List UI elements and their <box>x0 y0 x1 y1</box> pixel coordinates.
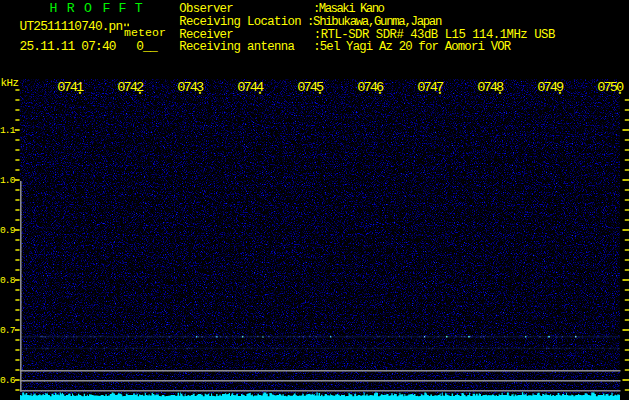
svg-text:0.8: 0.8 <box>0 275 16 286</box>
svg-text::5el Yagi Az 20 for Aomori VOR: :5el Yagi Az 20 for Aomori VOR <box>313 40 512 54</box>
svg-text:1.0: 1.0 <box>0 175 16 186</box>
svg-text:0746: 0746 <box>357 80 384 95</box>
svg-text:0745: 0745 <box>297 80 324 95</box>
svg-text:1.1: 1.1 <box>0 125 16 136</box>
svg-text:Receiving antenna: Receiving antenna <box>179 40 295 54</box>
svg-text:UT2511110740.pn: UT2511110740.pn <box>20 19 124 34</box>
svg-text:0.9: 0.9 <box>0 225 16 236</box>
svg-text:0748: 0748 <box>477 80 504 95</box>
svg-text:0.6: 0.6 <box>0 375 16 386</box>
svg-text:meteor: meteor <box>124 26 166 39</box>
svg-text:F: F <box>119 1 127 16</box>
svg-text:F: F <box>103 1 111 16</box>
svg-text:T: T <box>135 1 143 16</box>
svg-text:0742: 0742 <box>117 80 144 95</box>
svg-text:H: H <box>49 1 57 16</box>
svg-text:0743: 0743 <box>177 80 204 95</box>
svg-text:R: R <box>67 1 75 16</box>
svg-text:25.11.11 07:40 0__: 25.11.11 07:40 0__ <box>20 39 158 54</box>
svg-text:0741: 0741 <box>57 80 84 95</box>
svg-text:O: O <box>84 1 92 16</box>
svg-text:kHz: kHz <box>1 77 20 89</box>
svg-text:0744: 0744 <box>237 80 264 95</box>
svg-text:0749: 0749 <box>537 80 564 95</box>
svg-text:0747: 0747 <box>417 80 444 95</box>
svg-text:0.7: 0.7 <box>0 325 16 336</box>
svg-text:0750: 0750 <box>597 80 624 95</box>
